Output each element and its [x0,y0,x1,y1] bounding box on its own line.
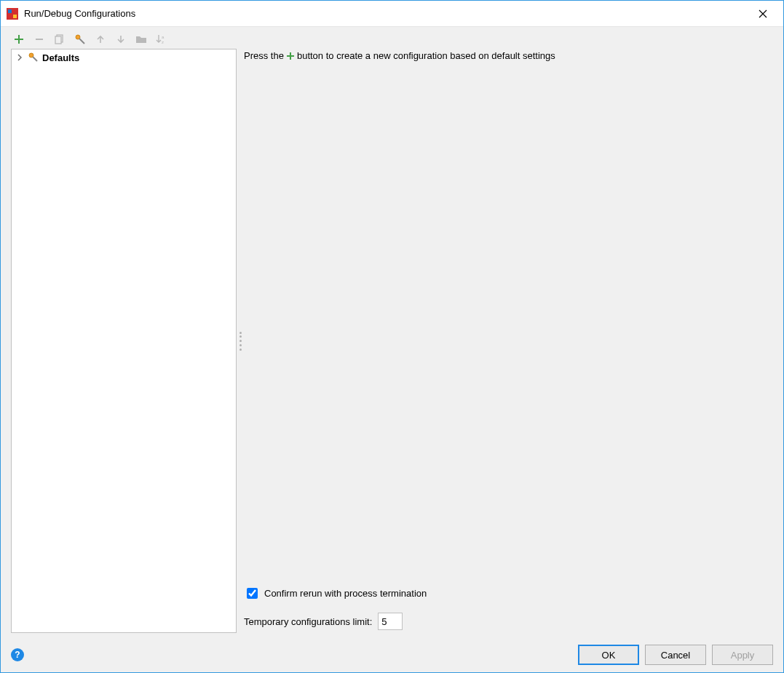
confirm-rerun-label: Confirm rerun with process termination [264,588,427,599]
confirm-rerun-row: Confirm rerun with process termination [244,586,773,601]
folder-icon [135,34,147,44]
sort-button[interactable]: a z [154,31,170,47]
temp-limit-row: Temporary configurations limit: [244,613,773,630]
apply-button[interactable]: Apply [712,645,773,665]
plus-icon [285,51,296,61]
details-pane: Press the button to create a new configu… [244,49,773,633]
minus-icon [34,34,44,44]
remove-config-button[interactable] [31,31,47,47]
tree-item-defaults[interactable]: Defaults [12,49,236,65]
empty-hint: Press the button to create a new configu… [244,49,773,61]
wrench-gear-icon [74,33,86,45]
arrow-down-icon [116,34,126,44]
titlebar: Run/Debug Configurations [1,1,783,27]
folder-button[interactable] [133,31,149,47]
content-area: Defaults Press the button to create a ne… [1,49,783,637]
cancel-button[interactable]: Cancel [645,645,706,665]
window-title: Run/Debug Configurations [24,8,135,19]
wrench-gear-icon [28,52,39,63]
svg-text:z: z [162,40,164,44]
temp-limit-label: Temporary configurations limit: [244,616,372,627]
bottom-options: Confirm rerun with process termination T… [244,586,773,633]
toolbar: a z [1,27,783,49]
tree-item-label: Defaults [42,52,79,63]
sort-az-icon: a z [156,33,167,45]
move-up-button[interactable] [92,31,108,47]
split-handle[interactable] [239,332,242,351]
save-config-button[interactable] [72,31,88,47]
chevron-right-icon [16,54,25,61]
svg-text:a: a [162,35,165,39]
svg-rect-2 [13,15,17,18]
dialog-window: Run/Debug Configurations [0,0,784,673]
hint-prefix: Press the [244,50,284,61]
close-button[interactable] [748,1,777,27]
copy-config-button[interactable] [52,31,68,47]
help-icon: ? [15,650,20,660]
close-icon [759,9,767,18]
temp-limit-input[interactable] [378,613,403,630]
move-down-button[interactable] [113,31,129,47]
hint-suffix: button to create a new configuration bas… [297,50,555,61]
confirm-rerun-checkbox[interactable] [247,588,258,599]
svg-rect-4 [55,36,61,44]
copy-icon [55,34,65,44]
dialog-footer: ? OK Cancel Apply [1,637,783,672]
svg-rect-1 [8,9,12,13]
ok-button[interactable]: OK [578,645,639,665]
add-config-button[interactable] [11,31,27,47]
config-tree[interactable]: Defaults [11,49,237,633]
arrow-up-icon [95,34,106,44]
plus-icon [14,34,24,44]
app-icon [7,8,18,20]
help-button[interactable]: ? [11,648,24,661]
